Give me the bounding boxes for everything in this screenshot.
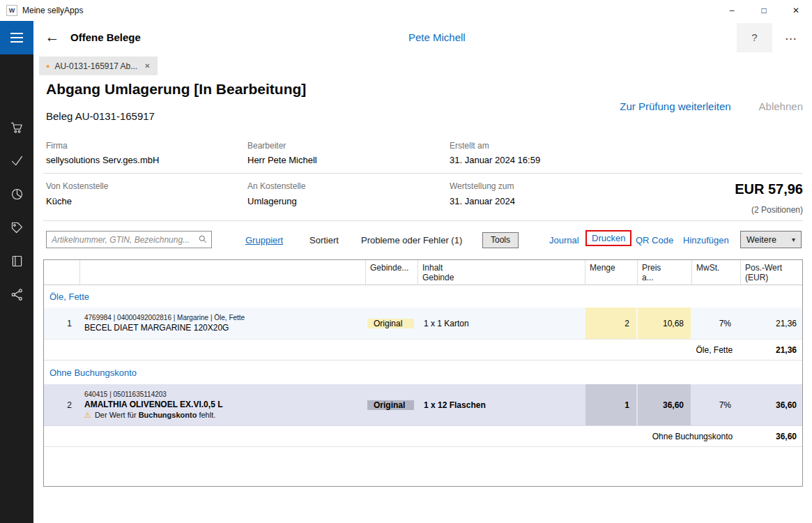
close-button[interactable]: ✕ bbox=[780, 0, 812, 21]
positions-table: Gebinde... InhaltGebinde Menge Preisa...… bbox=[43, 259, 803, 487]
app-title: Meine sellyApps bbox=[22, 6, 83, 15]
tab-label: AU-0131-165917 Ab... bbox=[54, 61, 137, 71]
sidebar-item-prices[interactable] bbox=[0, 219, 33, 236]
menge-cell[interactable]: 1 bbox=[585, 384, 638, 425]
hamburger-icon bbox=[10, 33, 23, 34]
subtotal-value: 21,36 bbox=[741, 340, 802, 360]
chevron-down-icon: ▾ bbox=[792, 236, 795, 243]
help-button[interactable]: ? bbox=[737, 23, 772, 52]
check-icon bbox=[10, 153, 24, 168]
gebinde-cell[interactable]: Original bbox=[366, 384, 418, 425]
group-header-oele-fette[interactable]: Öle, Fette bbox=[44, 285, 802, 308]
tab-document[interactable]: ● AU-0131-165917 Ab... ✕ bbox=[39, 56, 158, 75]
article-meta: 640415 | 05011635114203 bbox=[84, 391, 366, 398]
tab-strip: ● AU-0131-165917 Ab... ✕ bbox=[33, 54, 812, 75]
journal-link[interactable]: Journal bbox=[549, 235, 579, 245]
table-header-row: Gebinde... InhaltGebinde Menge Preisa...… bbox=[44, 260, 802, 285]
row-number: 2 bbox=[44, 384, 80, 425]
page-title: Offene Belege bbox=[70, 21, 141, 54]
wert-cell: 21,36 bbox=[741, 308, 802, 339]
maximize-button[interactable]: □ bbox=[748, 0, 780, 21]
field-label-firma: Firma bbox=[46, 141, 68, 151]
mwst-cell: 7% bbox=[692, 384, 741, 425]
user-name[interactable]: Pete Michell bbox=[408, 21, 466, 54]
minimize-button[interactable]: – bbox=[716, 0, 748, 21]
tools-button[interactable]: Tools bbox=[482, 232, 519, 248]
article-name: BECEL DIAET MARGARINE 120X20G bbox=[84, 323, 366, 333]
group-subtotal-row: Öle, Fette 21,36 bbox=[44, 340, 802, 361]
preis-cell[interactable]: 36,60 bbox=[638, 384, 692, 425]
unsaved-dot-icon: ● bbox=[46, 63, 49, 70]
document-actions: Zur Prüfung weiterleiten Ablehnen bbox=[620, 100, 803, 112]
sidebar-item-connections[interactable] bbox=[0, 286, 33, 303]
preis-cell[interactable]: 10,68 bbox=[638, 308, 692, 339]
article-description: 4769984 | 04000492002816 | Margarine | Ö… bbox=[80, 308, 366, 339]
pie-chart-icon bbox=[10, 187, 24, 202]
header-menge: Menge bbox=[585, 260, 638, 285]
header: ← Offene Belege Pete Michell ? … bbox=[0, 21, 812, 54]
subtotal-label: Öle, Fette bbox=[44, 340, 741, 360]
gebinde-badge[interactable]: Original bbox=[367, 400, 414, 410]
warning-message: ⚠ Der Wert für Buchungskonto fehlt. bbox=[84, 411, 366, 420]
field-value-firma: sellysolutions Serv.ges.mbH bbox=[46, 155, 159, 165]
sidebar: ⚙ bbox=[0, 54, 33, 523]
inhalt-cell: 1 x 1 Karton bbox=[418, 308, 585, 339]
field-label-an-kostenstelle: An Kostenstelle bbox=[247, 181, 305, 191]
mwst-cell: 7% bbox=[692, 308, 741, 339]
document-number: Beleg AU-0131-165917 bbox=[46, 110, 155, 122]
sorted-link[interactable]: Sortiert bbox=[309, 235, 339, 245]
header-description bbox=[80, 260, 366, 285]
forward-for-review-link[interactable]: Zur Prüfung weiterleiten bbox=[620, 100, 730, 112]
subtotal-label: Ohne Buchungskonto bbox=[44, 426, 741, 446]
header-gebinde: Gebinde... bbox=[366, 260, 418, 285]
tab-close-icon[interactable]: ✕ bbox=[144, 62, 150, 70]
header-preis: Preisa... bbox=[638, 260, 692, 285]
qr-code-link[interactable]: QR Code bbox=[636, 235, 673, 245]
article-description: 640415 | 05011635114203 AMALTHIA OLIVENO… bbox=[80, 384, 366, 425]
sidebar-item-tasks[interactable] bbox=[0, 152, 33, 169]
inhalt-cell: 1 x 12 Flaschen bbox=[418, 384, 585, 425]
table-row-selected[interactable]: 2 640415 | 05011635114203 AMALTHIA OLIVE… bbox=[44, 384, 802, 426]
grouped-link[interactable]: Gruppiert bbox=[245, 235, 283, 245]
hamburger-menu-button[interactable] bbox=[0, 21, 33, 54]
sidebar-item-reports[interactable] bbox=[0, 185, 33, 202]
document-title: Abgang Umlagerung [In Bearbeitung] bbox=[46, 81, 306, 98]
sidebar-item-journal[interactable] bbox=[0, 252, 33, 269]
table-row[interactable]: 1 4769984 | 04000492002816 | Margarine |… bbox=[44, 308, 802, 340]
field-value-erstellt: 31. Januar 2024 16:59 bbox=[450, 155, 540, 165]
gebinde-cell[interactable]: Original bbox=[366, 308, 418, 339]
sidebar-item-cart[interactable] bbox=[0, 119, 33, 135]
wert-cell: 36,60 bbox=[741, 384, 802, 425]
tag-icon bbox=[10, 220, 24, 235]
print-link-highlighted[interactable]: Drucken bbox=[585, 230, 631, 246]
gebinde-badge[interactable]: Original bbox=[367, 319, 414, 328]
titlebar: W Meine sellyApps – □ ✕ bbox=[0, 0, 812, 21]
field-value-von-kostenstelle: Küche bbox=[46, 196, 72, 206]
total-positions: (2 Positionen) bbox=[751, 205, 803, 215]
header-wert: Pos.-Wert(EUR) bbox=[741, 260, 802, 285]
subtotal-value: 36,60 bbox=[741, 426, 802, 446]
header-mwst: MwSt. bbox=[692, 260, 741, 285]
search-input[interactable] bbox=[46, 231, 212, 248]
group-subtotal-row: Ohne Buchungskonto 36,60 bbox=[44, 426, 802, 447]
divider bbox=[43, 220, 803, 221]
app-icon: W bbox=[6, 5, 17, 16]
warning-icon: ⚠ bbox=[84, 411, 91, 420]
field-value-bearbeiter: Herr Pete Michell bbox=[247, 155, 317, 165]
group-header-ohne-buchungskonto[interactable]: Ohne Buchungskonto bbox=[44, 361, 802, 384]
divider bbox=[43, 173, 803, 174]
add-link[interactable]: Hinzufügen bbox=[683, 235, 729, 245]
article-meta: 4769984 | 04000492002816 | Margarine | Ö… bbox=[84, 314, 366, 321]
more-options-button[interactable]: … bbox=[777, 21, 805, 54]
total-amount: EUR 57,96 bbox=[735, 181, 803, 197]
more-dropdown-button[interactable]: Weitere ▾ bbox=[740, 231, 802, 248]
field-label-wertstellung: Wertstellung zum bbox=[450, 181, 514, 191]
back-button[interactable]: ← bbox=[42, 21, 63, 54]
more-dropdown-label: Weitere bbox=[746, 235, 776, 245]
field-label-bearbeiter: Bearbeiter bbox=[247, 141, 286, 151]
share-network-icon bbox=[10, 287, 24, 302]
problems-link[interactable]: Probleme oder Fehler (1) bbox=[361, 235, 462, 245]
search-box bbox=[46, 231, 212, 248]
menge-cell[interactable]: 2 bbox=[585, 308, 638, 339]
reject-link[interactable]: Ablehnen bbox=[759, 100, 803, 112]
